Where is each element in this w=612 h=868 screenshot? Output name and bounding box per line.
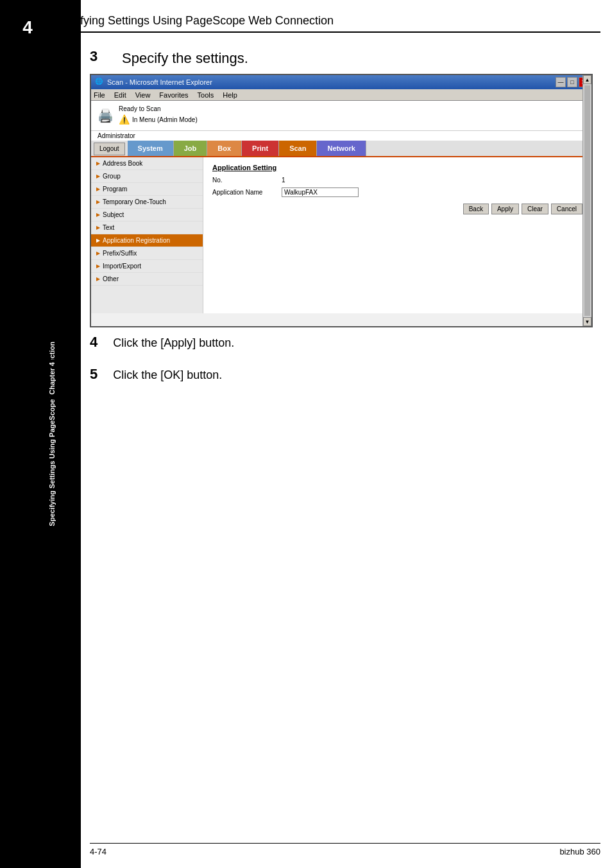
tab-print[interactable]: Print (242, 141, 279, 156)
step3-text: Specify the settings. (122, 50, 248, 67)
browser-content: 🖨️ Ready to Scan ⚠️ In Menu (Admin Mode)… (91, 101, 591, 313)
step3-number: 3 (90, 48, 98, 65)
tab-scan[interactable]: Scan (279, 141, 317, 156)
cancel-button[interactable]: Cancel (551, 204, 582, 214)
minimize-button[interactable]: — (556, 77, 566, 87)
sidebar-item-text[interactable]: ▶ Text (91, 221, 203, 234)
app-name-input[interactable] (282, 187, 359, 197)
arrow-icon: ▶ (96, 250, 100, 256)
menu-help[interactable]: Help (223, 91, 237, 99)
tab-system[interactable]: System (128, 141, 174, 156)
status-row: 🖨️ Ready to Scan ⚠️ In Menu (Admin Mode) (91, 101, 591, 131)
sidebar-item-addressbook[interactable]: ▶ Address Book (91, 157, 203, 170)
menu-edit[interactable]: Edit (114, 91, 126, 99)
sidebar-label: Import/Export (103, 263, 141, 270)
menu-favorites[interactable]: Favorites (159, 91, 188, 99)
sidebar-label: Subject (103, 211, 124, 218)
browser-window: 🌐 Scan - Microsoft Internet Explorer — □… (90, 74, 593, 327)
sidebar-item-subject[interactable]: ▶ Subject (91, 209, 203, 221)
sidebar-item-group[interactable]: ▶ Group (91, 170, 203, 183)
no-value: 1 (282, 177, 285, 184)
admin-label: Administrator (91, 131, 591, 141)
menu-bar: File Edit View Favorites Tools Help (91, 89, 591, 101)
arrow-icon: ▶ (96, 212, 100, 218)
browser-title: Scan - Microsoft Internet Explorer (107, 78, 212, 86)
footer-product-name: bizhub 360 (559, 847, 600, 856)
app-name-label: Application Name (212, 189, 276, 196)
content-area: Application Setting No. 1 Application Na… (203, 157, 591, 313)
back-button[interactable]: Back (463, 204, 489, 214)
chapter-label: Chapter 4 (46, 360, 58, 397)
sidebar-label: Program (103, 186, 127, 193)
sidebar-item-program[interactable]: ▶ Program (91, 183, 203, 196)
sidebar-label: Address Book (103, 160, 142, 167)
sidebar-label: Temporary One-Touch (103, 198, 166, 205)
status-menu: In Menu (Admin Mode) (132, 116, 198, 125)
step5-section: 5 Click the [OK] button. (90, 366, 222, 383)
browser-icon: 🌐 (95, 78, 104, 87)
sidebar-item-other[interactable]: ▶ Other (91, 273, 203, 286)
sidebar-label: Text (103, 224, 114, 231)
ready-icon: 🖨️ (98, 108, 114, 123)
form-row-no: No. 1 (212, 177, 582, 184)
step4-number: 4 (90, 334, 98, 351)
warning-icon: ⚠️ (119, 114, 130, 126)
logout-button[interactable]: Logout (94, 143, 125, 155)
sidebar-label: Application Registration (103, 237, 170, 244)
page-header-title: Specifying Settings Using PageScope Web … (51, 14, 600, 33)
status-text-block: Ready to Scan ⚠️ In Menu (Admin Mode) (119, 105, 198, 126)
step4-section: 4 Click the [Apply] button. (90, 334, 234, 351)
sidebar-label: Other (103, 275, 119, 282)
step5-text: Click the [OK] button. (113, 369, 222, 381)
maximize-button[interactable]: □ (567, 77, 577, 87)
chapter-sidebar: Specifying Settings Using PageScope Web … (23, 0, 81, 868)
sidebar-item-temporary-one-touch[interactable]: ▶ Temporary One-Touch (91, 196, 203, 209)
step5-number: 5 (90, 366, 98, 383)
sidebar-item-application-registration[interactable]: ▶ Application Registration (91, 234, 203, 247)
scrollbar[interactable]: ▲ ▼ (582, 101, 591, 313)
section-title: Application Setting (212, 164, 582, 171)
step4-text: Click the [Apply] button. (113, 336, 234, 349)
sidebar-item-import-export[interactable]: ▶ Import/Export (91, 260, 203, 273)
nav-tabs: Logout System Job Box Print Scan Network (91, 141, 591, 157)
clear-button[interactable]: Clear (522, 204, 548, 214)
tab-box[interactable]: Box (207, 141, 242, 156)
arrow-icon: ▶ (96, 199, 100, 205)
form-row-name: Application Name (212, 187, 582, 197)
arrow-icon: ▶ (96, 186, 100, 192)
arrow-icon: ▶ (96, 161, 100, 166)
sidebar-item-prefix-suffix[interactable]: ▶ Prefix/Suffix (91, 247, 203, 260)
page-number-tab: 4 (12, 12, 44, 44)
scroll-thumb[interactable] (584, 101, 590, 313)
arrow-icon: ▶ (96, 173, 100, 179)
apply-button[interactable]: Apply (491, 204, 519, 214)
arrow-icon: ▶ (96, 238, 100, 243)
arrow-icon: ▶ (96, 263, 100, 269)
sidebar-label: Prefix/Suffix (103, 250, 137, 257)
sidebar-label: Group (103, 173, 121, 180)
button-row: Back Apply Clear Cancel (212, 204, 582, 214)
menu-tools[interactable]: Tools (198, 91, 214, 99)
status-ready: Ready to Scan (119, 105, 198, 114)
footer-page-number: 4-74 (90, 847, 106, 856)
page-footer: 4-74 bizhub 360 (90, 843, 600, 856)
nav-sidebar: ▶ Address Book ▶ Group ▶ Program ▶ Tempo… (91, 157, 203, 313)
vertical-sidebar (0, 0, 23, 868)
menu-view[interactable]: View (135, 91, 151, 99)
no-label: No. (212, 177, 276, 184)
tab-network[interactable]: Network (317, 141, 366, 156)
chapter-label-area: Chapter 4 (23, 360, 81, 397)
arrow-icon: ▶ (96, 276, 100, 282)
arrow-icon: ▶ (96, 225, 100, 230)
tab-job[interactable]: Job (174, 141, 208, 156)
menu-file[interactable]: File (94, 91, 105, 99)
title-bar: 🌐 Scan - Microsoft Internet Explorer — □… (91, 75, 591, 89)
main-layout: ▶ Address Book ▶ Group ▶ Program ▶ Tempo… (91, 157, 591, 313)
